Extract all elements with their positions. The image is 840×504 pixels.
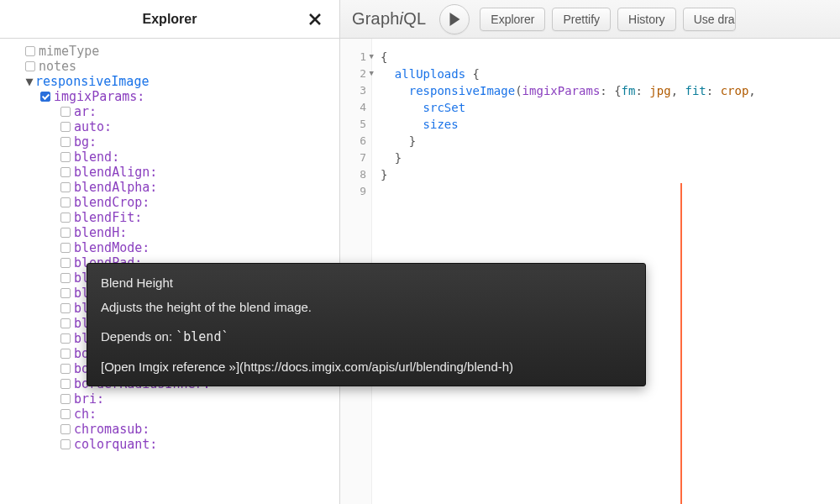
tree-param-ar[interactable]: ar: [15,104,339,119]
tree-param-bg[interactable]: bg: [15,134,339,150]
checkbox[interactable] [60,197,71,207]
checkbox[interactable] [60,349,71,359]
tree-param-chromasub[interactable]: chromasub: [15,422,339,437]
tree-param-bri[interactable]: bri: [15,391,339,407]
tree-item-mimeType[interactable]: mimeType [15,44,339,59]
checkbox[interactable] [60,258,71,268]
line-number: 1 [340,49,366,66]
tree-param-colorquant[interactable]: colorquant: [15,437,339,452]
tooltip-title: Blend Height [101,276,632,290]
graphiql-logo: GraphiQL [352,9,426,29]
checkbox[interactable] [60,318,71,328]
tree-label: responsiveImage [35,74,149,89]
checkbox[interactable] [60,394,71,404]
code-line[interactable]: { [381,49,840,66]
code-line[interactable]: responsiveImage(imgixParams: {fm: jpg, f… [381,82,840,99]
checkbox[interactable] [60,122,71,132]
tree-label: ar: [74,104,97,119]
line-number: 7 [340,150,366,166]
checkbox[interactable] [60,379,71,389]
code-line[interactable]: srcSet [381,99,840,116]
tree-label: blendFit: [74,210,142,225]
checkbox[interactable] [60,152,71,162]
line-number: 5 [340,116,366,133]
code-line[interactable] [381,183,840,200]
tree-item-responsiveImage[interactable]: ▼responsiveImage [15,74,339,89]
tree-item-imgixParams[interactable]: imgixParams: [15,89,339,104]
checkbox[interactable] [60,303,71,313]
tooltip-depends: Depends on: `blend` [101,329,632,344]
line-number: 2 [340,66,366,82]
tree-label: colorquant: [74,437,157,452]
tree-param-blendMode[interactable]: blendMode: [15,240,339,255]
code-line[interactable]: allUploads { [381,66,840,82]
checkbox[interactable] [60,439,71,449]
explorer-button[interactable]: Explorer [480,8,545,31]
checkbox[interactable] [60,364,71,374]
execute-button[interactable] [439,4,470,34]
toolbar: GraphiQL Explorer Prettify History Use d… [340,0,840,39]
tree-item-notes[interactable]: notes [15,59,339,74]
tree-label: blendH: [74,225,127,240]
doc-tooltip: Blend Height Adjusts the height of the b… [87,263,646,386]
code-line[interactable]: } [381,150,840,166]
checkbox[interactable] [60,167,71,177]
tree-param-blendFit[interactable]: blendFit: [15,210,339,225]
cursor-marker [680,183,682,504]
checkbox[interactable] [60,137,71,147]
tree-label: auto: [74,119,112,134]
close-button[interactable] [306,10,324,29]
checkbox[interactable] [60,424,71,434]
checkbox[interactable] [60,213,71,223]
tree-param-ch[interactable]: ch: [15,407,339,422]
play-icon [449,13,460,26]
code-line[interactable]: } [381,166,840,183]
tree-param-blend[interactable]: blend: [15,150,339,165]
fold-icon[interactable]: ▼ [367,52,374,60]
code-line[interactable]: } [381,133,840,150]
checkbox[interactable] [60,273,71,283]
checkbox[interactable] [40,92,50,102]
tree-label: ch: [74,407,97,422]
checkbox[interactable] [60,107,71,117]
checkbox[interactable] [60,409,71,419]
tooltip-body: Adjusts the height of the blend image. [101,300,632,314]
tree-param-blendAlign[interactable]: blendAlign: [15,165,339,180]
line-number: 9 [340,183,366,200]
use-dra-button[interactable]: Use dra [683,8,736,31]
tree-label: bri: [74,391,104,407]
caret-icon: ▼ [25,74,34,89]
checkbox[interactable] [60,243,71,253]
tree-label: mimeType [39,44,99,59]
explorer-panel: Explorer mimeTypenotes▼responsiveImageim… [0,0,340,504]
explorer-title: Explorer [143,12,197,27]
code-line[interactable]: sizes [381,116,840,133]
tree-param-blendCrop[interactable]: blendCrop: [15,195,339,210]
history-button[interactable]: History [617,8,676,31]
tree-param-blendH[interactable]: blendH: [15,225,339,240]
tree-param-auto[interactable]: auto: [15,119,339,134]
checkbox[interactable] [25,46,35,56]
tree-label: blendAlpha: [74,180,157,195]
checkbox[interactable] [60,228,71,238]
prettify-button[interactable]: Prettify [552,8,611,31]
line-number: 6 [340,133,366,150]
checkbox[interactable] [25,61,35,71]
tree-label: imgixParams: [54,89,144,104]
line-number: 4 [340,99,366,116]
tree-label: blendAlign: [74,165,157,180]
tree-param-blendAlpha[interactable]: blendAlpha: [15,180,339,195]
close-icon [309,13,321,25]
checkbox[interactable] [60,333,71,344]
line-number: 8 [340,166,366,183]
fold-icon[interactable]: ▼ [367,69,374,77]
explorer-header: Explorer [0,0,339,39]
tooltip-depends-value: `blend` [176,329,228,344]
checkbox[interactable] [60,288,71,298]
tree-label: notes [39,59,76,74]
tree-label: blendMode: [74,240,150,255]
line-number: 3 [340,82,366,99]
tooltip-link[interactable]: [Open Imgix reference »](https://docs.im… [101,360,632,374]
checkbox[interactable] [60,182,71,192]
tree-label: bg: [74,134,97,150]
